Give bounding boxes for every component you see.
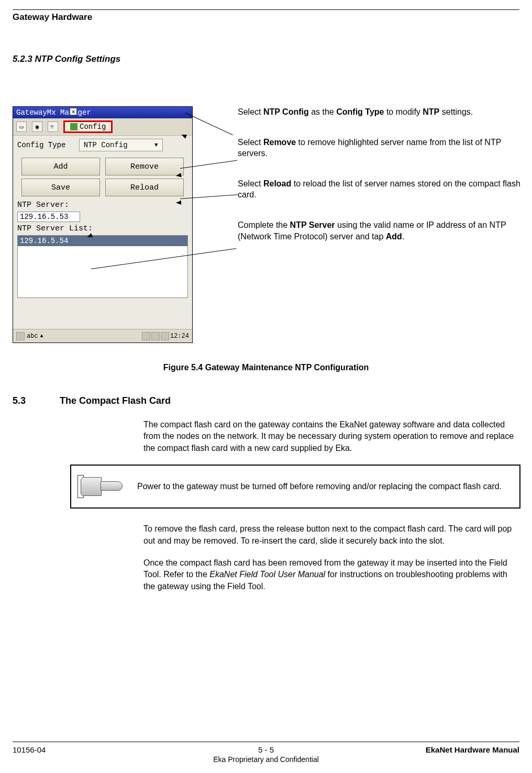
config-tab-icon (70, 123, 77, 130)
toolbar-icon-2[interactable]: ◉ (32, 122, 42, 132)
toolbar-icon-3[interactable]: ᯤ (48, 122, 58, 132)
section-5-3-p1: The compact flash card on the gateway co… (143, 419, 520, 454)
note-box: Power to the gateway must be turned off … (70, 465, 520, 509)
remove-button[interactable]: Remove (105, 158, 184, 175)
figure-caption: Figure 5.4 Gateway Maintenance NTP Confi… (13, 363, 519, 372)
ntp-server-input[interactable]: 129.16.5.53 (17, 212, 80, 222)
annotation-ntp-server: Complete the NTP Server using the valid … (238, 219, 520, 242)
footer-page-number: 5 - 5 (13, 745, 519, 754)
ntp-server-list-label: NTP Server List: (13, 223, 192, 234)
reload-button[interactable]: Reload (105, 179, 184, 196)
section-5-2-3-heading: 5.2.3 NTP Config Settings (13, 54, 519, 64)
toolbar: ▭ ◉ ᯤ Config (13, 118, 192, 136)
save-button[interactable]: Save (21, 179, 100, 196)
window-title: GatewayMx Manager (16, 108, 91, 117)
input-mode-indicator[interactable]: abc (27, 333, 38, 340)
window-titlebar: GatewayMx Manager ✕ (13, 107, 192, 118)
chevron-up-icon[interactable]: ▲ (40, 333, 43, 339)
annotation-ntp-config: Select NTP Config as the Config Type to … (238, 106, 520, 118)
annotation-remove: Select Remove to remove highlighted serv… (238, 137, 520, 159)
pointing-hand-icon (81, 473, 123, 500)
section-5-3-p2: To remove the flash card, press the rele… (143, 523, 520, 547)
config-type-row: Config Type NTP Config ▼ (13, 136, 192, 154)
chevron-down-icon: ▼ (154, 142, 158, 148)
annotation-reload: Select Reload to reload the list of serv… (238, 178, 520, 201)
page-footer: 10156-04 5 - 5 EkaNet Hardware Manual Ek… (13, 742, 519, 764)
config-type-value: NTP Config (84, 141, 128, 149)
config-type-label: Config Type (17, 141, 65, 149)
toolbar-icon-1[interactable]: ▭ (16, 122, 27, 132)
status-icon-3 (161, 332, 169, 340)
section-5-3-p3: Once the compact flash card has been rem… (143, 557, 520, 592)
screenshot-gateway-manager: GatewayMx Manager ✕ ▭ ◉ ᯤ Config Config … (13, 106, 193, 343)
running-head: Gateway Hardware (13, 12, 519, 23)
config-tab-label: Config (80, 123, 106, 131)
add-button[interactable]: Add (21, 158, 100, 175)
status-icon-start[interactable] (16, 332, 25, 340)
config-type-dropdown[interactable]: NTP Config ▼ (79, 139, 163, 151)
footer-confidential: Eka Proprietary and Confidential (13, 755, 519, 764)
note-text: Power to the gateway must be turned off … (137, 481, 502, 492)
close-icon[interactable]: ✕ (70, 108, 77, 115)
figure-5-4: GatewayMx Manager ✕ ▭ ◉ ᯤ Config Config … (13, 106, 519, 358)
statusbar: abc ▲ 12:24 (13, 329, 192, 343)
status-icon-1 (142, 332, 150, 340)
status-icon-2 (151, 332, 160, 340)
config-tab[interactable]: Config (63, 120, 113, 133)
ntp-server-list-item[interactable]: 129.16.5.54 (18, 236, 187, 246)
section-5-3-title: The Compact Flash Card (60, 395, 171, 406)
ntp-server-label: NTP Server: (13, 200, 192, 211)
status-time: 12:24 (170, 333, 189, 340)
section-5-3-number: 5.3 (13, 395, 44, 406)
